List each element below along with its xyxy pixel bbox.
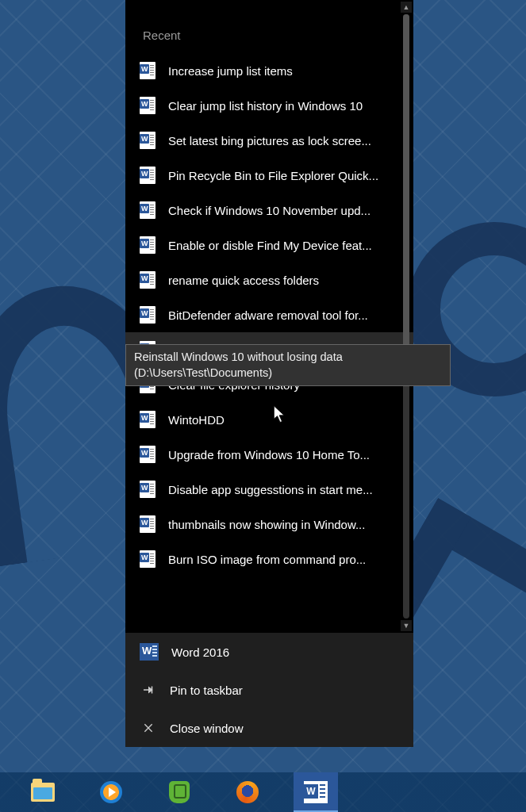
recent-item-label: Increase jump list items (168, 64, 402, 78)
recent-item[interactable]: Set latest bing pictures as lock scree..… (125, 123, 413, 158)
recent-item[interactable]: Clear jump list history in Windows 10 (125, 88, 413, 123)
close-icon (140, 719, 157, 737)
word-document-icon (140, 236, 155, 254)
recent-item[interactable]: Pin Recycle Bin to File Explorer Quick..… (125, 158, 413, 193)
file-explorer-icon (31, 783, 55, 802)
scroll-up-button[interactable]: ▲ (401, 2, 412, 13)
recent-item-label: BitDefender adware removal tool for... (168, 308, 402, 322)
recent-item[interactable]: WintoHDD (125, 402, 413, 437)
recent-item-label: thumbnails now showing in Window... (168, 518, 402, 531)
mouse-cursor (273, 405, 287, 427)
word-taskbar-icon (304, 781, 328, 803)
recent-item-label: Check if Windows 10 November upd... (168, 204, 402, 217)
close-window-label: Close window (170, 722, 244, 735)
firefox-icon (236, 781, 259, 803)
word-document-icon (140, 271, 155, 289)
word-document-icon (140, 201, 155, 219)
recent-item-label: Burn ISO image from command pro... (168, 553, 402, 566)
recent-item-label: Clear jump list history in Windows 10 (168, 99, 402, 113)
scrollbar[interactable]: ▲ ▼ (401, 2, 412, 631)
word-document-icon (140, 132, 155, 149)
taskbar-word[interactable] (294, 772, 338, 812)
taskbar-firefox[interactable] (225, 772, 270, 812)
recent-item[interactable]: Increase jump list items (125, 53, 413, 88)
word-document-icon (140, 411, 155, 428)
evernote-icon (169, 781, 190, 803)
word-document-icon (140, 446, 155, 463)
taskbar-media-player[interactable] (89, 772, 133, 812)
pin-to-taskbar-item[interactable]: Pin to taskbar (125, 671, 413, 709)
recent-item-label: Upgrade from Windows 10 Home To... (168, 448, 402, 462)
word-document-icon (140, 97, 155, 114)
recent-item[interactable]: Upgrade from Windows 10 Home To... (125, 437, 413, 472)
scroll-down-button[interactable]: ▼ (401, 620, 412, 631)
recent-item-label: rename quick access folders (168, 274, 402, 287)
recent-item-label: Set latest bing pictures as lock scree..… (168, 134, 402, 147)
jump-list-scroll-area: Recent Increase jump list itemsClear jum… (125, 0, 413, 633)
app-launch-label: Word 2016 (171, 645, 229, 659)
taskbar-evernote[interactable] (157, 772, 202, 812)
word-document-icon (140, 481, 155, 498)
pin-to-taskbar-label: Pin to taskbar (170, 684, 243, 697)
scrollbar-thumb[interactable] (403, 14, 409, 379)
recent-item[interactable]: Check if Windows 10 November upd... (125, 193, 413, 228)
recent-item[interactable]: thumbnails now showing in Window... (125, 507, 413, 542)
recent-item[interactable]: Burn ISO image from command pro... (125, 542, 413, 576)
app-launch-item[interactable]: Word 2016 (125, 633, 413, 671)
pin-icon (140, 681, 157, 699)
recent-item[interactable]: Disable app suggesstions in start me... (125, 472, 413, 507)
taskbar-file-explorer[interactable] (21, 772, 65, 812)
recent-item[interactable]: rename quick access folders (125, 262, 413, 297)
word-app-icon (140, 643, 159, 661)
item-tooltip: Reinstall Windows 10 without losing data… (125, 344, 451, 386)
close-window-item[interactable]: Close window (125, 709, 413, 747)
word-document-icon (140, 306, 155, 324)
word-document-icon (140, 167, 155, 184)
recent-item-label: Enable or disble Find My Device feat... (168, 239, 402, 252)
recent-item-label: Pin Recycle Bin to File Explorer Quick..… (168, 169, 402, 182)
recent-item[interactable]: BitDefender adware removal tool for... (125, 297, 413, 332)
jump-list-actions: Word 2016 Pin to taskbar Close window (125, 633, 413, 747)
word-document-icon (140, 515, 155, 533)
recent-item-label: Disable app suggesstions in start me... (168, 483, 402, 496)
recent-item[interactable]: Enable or disble Find My Device feat... (125, 228, 413, 262)
section-header-recent: Recent (125, 0, 413, 53)
word-document-icon (140, 550, 155, 568)
word-document-icon (140, 62, 155, 79)
taskbar (0, 772, 526, 812)
media-player-icon (100, 781, 122, 803)
